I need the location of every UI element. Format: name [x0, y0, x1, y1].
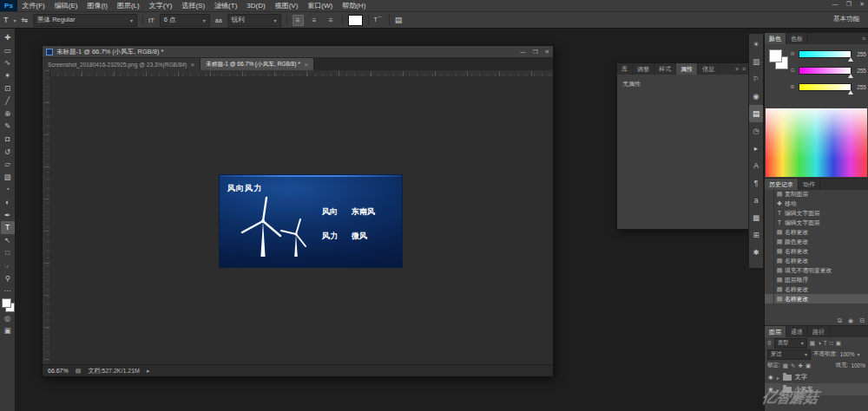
collapse-panel-icon[interactable]: » [735, 66, 739, 72]
slider-handle[interactable] [848, 90, 853, 95]
blend-mode-select[interactable]: 穿过 ▾ [767, 349, 811, 360]
filter-kind-select[interactable]: 类型 ▾ [774, 338, 807, 349]
blue-slider[interactable] [799, 83, 852, 91]
dock-panel-button[interactable]: A [749, 157, 763, 174]
panel-menu-icon[interactable]: ≡ [862, 36, 865, 42]
history-state-row[interactable]: ▤ 颜色更改 [765, 237, 868, 246]
history-source-well[interactable] [765, 246, 774, 256]
tool-button[interactable]: ╱ [1, 95, 15, 108]
history-source-well[interactable] [765, 294, 774, 303]
tool-button[interactable]: ⋯ [1, 284, 15, 297]
canvas-area[interactable]: 风向风力 [49, 76, 553, 365]
panel-tab[interactable]: 通道 [786, 326, 808, 337]
layer-name[interactable]: 文字 [795, 373, 807, 382]
document-tab[interactable]: Screenshot_20180416-232925.png @ 23.3%(R… [43, 58, 201, 70]
tool-button[interactable]: ✶ [1, 69, 15, 82]
green-value[interactable]: 255 [854, 68, 866, 74]
lock-pixels-icon[interactable]: ✎ [791, 362, 795, 369]
dock-panel-button[interactable]: ◷ [749, 122, 763, 140]
ps-logo-icon[interactable]: Ps [0, 0, 17, 11]
layer-row[interactable]: ◉ ▸ 文字 [765, 371, 868, 383]
toggle-panels-icon[interactable]: ▤ [395, 16, 403, 24]
history-source-well[interactable] [765, 227, 774, 237]
history-source-well[interactable] [765, 275, 774, 284]
menu-item[interactable]: 选择(S) [177, 2, 210, 10]
foreground-color-swatch[interactable] [2, 298, 11, 308]
blue-value[interactable]: 255 [854, 84, 866, 90]
dock-panel-button[interactable]: ◉ [749, 88, 763, 105]
menu-item[interactable]: 窗口(W) [303, 2, 338, 10]
panel-tab[interactable]: 信息 [698, 63, 720, 75]
caret-down-icon[interactable]: ▾ [857, 351, 859, 357]
history-state-row[interactable]: T 编辑文字图层 [765, 208, 868, 218]
visibility-eye-icon[interactable]: ◉ [768, 374, 773, 381]
color-spectrum-ramp[interactable] [766, 108, 867, 177]
close-icon[interactable]: ✕ [304, 62, 308, 68]
history-source-well[interactable] [765, 284, 774, 294]
tool-button[interactable]: ⚲ [1, 271, 15, 284]
menu-item[interactable]: 编辑(E) [49, 2, 82, 10]
lock-all-icon[interactable]: ▣ [806, 362, 811, 369]
history-state-row[interactable]: ▤ 图层顺序 [765, 275, 868, 284]
dock-panel-button[interactable]: ▩ [749, 209, 763, 226]
panel-tab[interactable]: 色板 [786, 33, 808, 44]
text-color-swatch[interactable] [348, 15, 363, 26]
menu-item[interactable]: 图像(I) [82, 2, 113, 10]
history-state-row[interactable]: ▤ 名称更改 [765, 227, 868, 237]
type-tool-preset-icon[interactable]: T [3, 16, 9, 24]
fill-value[interactable]: 100% [851, 362, 865, 369]
tool-button[interactable]: ◔ [1, 183, 15, 196]
tool-button[interactable]: ✎ [1, 120, 15, 133]
menu-item[interactable]: 3D(D) [242, 2, 270, 10]
tool-button[interactable]: ☞ [1, 259, 15, 272]
panel-tab[interactable]: 库 [617, 63, 633, 75]
color-swatch-pair[interactable] [769, 49, 790, 70]
zoom-level-field[interactable]: 66.67% [48, 368, 69, 374]
history-state-row[interactable]: ✚ 移动 [765, 199, 868, 208]
tool-button[interactable]: ⊡ [1, 82, 15, 95]
menu-item[interactable]: 视图(V) [270, 2, 303, 10]
foreground-background-swatches[interactable] [2, 298, 14, 311]
history-state-row[interactable]: ▤ 名称更改 [765, 246, 868, 256]
filter-shape-icon[interactable]: □ [830, 340, 833, 346]
warp-text-icon[interactable]: T⌒ [374, 16, 384, 24]
opacity-value[interactable]: 100% [840, 351, 855, 357]
tool-button[interactable]: ◘ [1, 133, 15, 146]
dock-panel-button[interactable]: ☀ [749, 36, 763, 53]
menu-item[interactable]: 图层(L) [112, 2, 144, 10]
menu-item[interactable]: 文字(Y) [144, 2, 177, 10]
filter-adjustment-icon[interactable]: ◑ [818, 340, 821, 346]
history-source-well[interactable] [765, 237, 774, 246]
filter-pixel-icon[interactable]: ▦ [810, 340, 815, 347]
slider-handle[interactable] [848, 74, 853, 78]
tool-button[interactable]: ✒ [1, 208, 15, 221]
dock-panel-button[interactable]: ▸ [749, 140, 763, 157]
filter-type-icon[interactable]: T [824, 340, 827, 346]
group-expand-icon[interactable]: ▸ [777, 375, 779, 381]
tool-button[interactable]: ◐ [1, 196, 15, 209]
history-state-row[interactable]: ▤ 名称更改 [765, 284, 868, 294]
tool-preset-caret[interactable]: ▾ [14, 17, 16, 23]
panel-tab[interactable]: 颜色 [765, 33, 786, 44]
document-title-bar[interactable]: 未标题-1 @ 66.7% (小风车, RGB/8) * — ❐ ✕ [43, 46, 553, 58]
dock-panel-button[interactable]: ✱ [749, 244, 763, 261]
font-size-select[interactable]: 6 点 ▾ [160, 14, 210, 27]
font-family-select[interactable]: 黑体 Regular ▾ [33, 14, 137, 27]
status-menu-arrow-icon[interactable]: ▸ [147, 368, 150, 375]
history-state-row[interactable]: ▤ 填充不透明度更改 [765, 265, 868, 275]
dock-panel-button[interactable]: ⚐ [749, 70, 763, 88]
dock-panel-button[interactable]: ⊞ [749, 226, 763, 244]
document-tab[interactable]: 未标题-1 @ 66.7% (小风车, RGB/8) * ✕ [201, 58, 314, 70]
lock-position-icon[interactable]: ✚ [798, 362, 802, 369]
tool-button[interactable]: ▭ [1, 44, 15, 57]
history-source-well[interactable] [765, 256, 774, 265]
tool-button[interactable]: □ [1, 246, 15, 259]
history-source-well[interactable] [765, 189, 774, 199]
doc-restore-button[interactable]: ❐ [533, 49, 538, 55]
red-value[interactable]: 255 [854, 51, 866, 57]
align-center-button[interactable]: ≡ [309, 15, 320, 26]
anti-alias-select[interactable]: 锐利 ▾ [227, 14, 281, 27]
canvas-image[interactable]: 风向风力 [219, 174, 403, 268]
history-footer-button[interactable]: ◉ [848, 317, 853, 324]
quick-mask-button[interactable]: ◎ [1, 311, 15, 324]
